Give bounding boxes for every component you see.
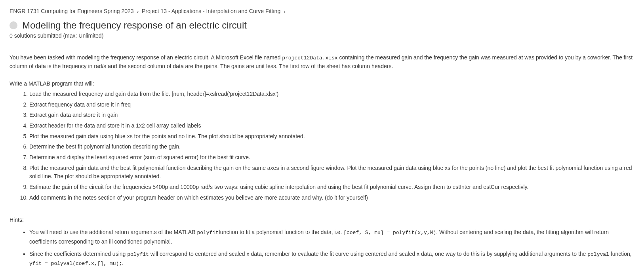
intro-text-a: You have been tasked with modeling the f… <box>10 54 282 61</box>
hints-label: Hints: <box>10 217 634 223</box>
code-polyfit: polyfit <box>197 230 219 236</box>
status-dot-icon <box>10 21 17 29</box>
hint-item: You will need to use the additional retu… <box>29 228 634 249</box>
intro-paragraph: You have been tasked with modeling the f… <box>10 53 634 71</box>
breadcrumb-course[interactable]: ENGR 1731 Computing for Engineers Spring… <box>10 8 134 14</box>
breadcrumb: ENGR 1731 Computing for Engineers Spring… <box>10 8 634 14</box>
hint-text: . <box>122 260 124 266</box>
divider <box>10 43 634 43</box>
step-item: Load the measured frequency and gain dat… <box>29 90 634 101</box>
breadcrumb-project[interactable]: Project 13 - Applications - Interpolatio… <box>142 8 280 14</box>
write-instruction: Write a MATLAB program that will: <box>10 80 634 87</box>
step-item: Extract header for the data and store it… <box>29 122 634 132</box>
step-item: Determine and display the least squared … <box>29 153 634 164</box>
solutions-count: 0 solutions submitted (max: Unlimited) <box>10 32 634 39</box>
step-item: Determine the best fit polynomial functi… <box>29 143 634 153</box>
file-name-code: project12Data.xlsx <box>282 55 337 61</box>
step-item: Add comments in the notes section of you… <box>29 194 634 204</box>
step-item: Extract gain data and store it in gain <box>29 111 634 122</box>
hint-text: function, <box>609 251 632 257</box>
chevron-right-icon: › <box>284 8 285 14</box>
code-polyfit-call: [coef, S, mu] = polyfit(x,y,N) <box>343 230 436 236</box>
step-item: Plot the measured gain data and the best… <box>29 164 634 183</box>
code-polyval: polyval <box>587 251 609 257</box>
code-polyval-call: yfit = polyval(coef,x,[], mu); <box>29 261 122 267</box>
hint-item: Since the coefficients determined using … <box>29 249 634 272</box>
page-title: Modeling the frequency response of an el… <box>22 20 247 31</box>
step-item: Estimate the gain of the circuit for the… <box>29 183 634 194</box>
chevron-right-icon: › <box>137 8 139 14</box>
hint-text: function to fit a polynomial function to… <box>219 229 343 235</box>
hints-list: You will need to use the additional retu… <box>29 228 634 271</box>
hint-text: will correspond to centered and scaled x… <box>149 251 587 257</box>
step-item: Plot the measured gain data using blue x… <box>29 132 634 143</box>
step-item: Extract frequency data and store it in f… <box>29 101 634 111</box>
hint-text: You will need to use the additional retu… <box>29 229 197 235</box>
hint-text: Since the coefficients determined using <box>29 251 127 257</box>
code-polyfit: polyfit <box>127 251 149 257</box>
steps-list: Load the measured frequency and gain dat… <box>29 90 634 204</box>
